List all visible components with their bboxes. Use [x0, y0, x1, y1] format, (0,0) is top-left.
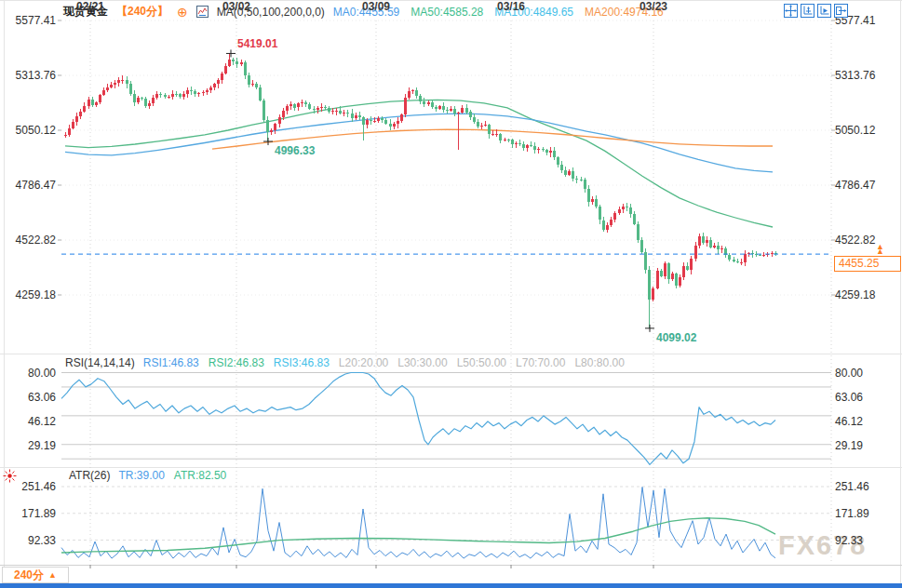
rsi-axis-label-right: 29.19: [835, 439, 863, 452]
ma-readout: MA50:4585.28: [411, 6, 483, 19]
x-axis-date-label: 03/16: [490, 0, 532, 13]
rsi-readout: RSI2:46.83: [209, 356, 264, 369]
price-axis-label-left: 5577.41: [2, 14, 56, 27]
atr-readout: ATR:82.50: [174, 469, 226, 482]
timeframe-selector[interactable]: 240分 ▲: [2, 567, 69, 583]
atr-readouts: TR:39.00ATR:82.50: [118, 469, 226, 482]
rsi-axis-label-left: 46.12: [2, 415, 56, 428]
price-axis-label-left: 5050.12: [2, 124, 56, 137]
x-axis-date-label: 03/23: [632, 0, 675, 13]
current-price-tag: 4455.25: [834, 256, 901, 272]
rsi-level-readout: L50:50.00: [457, 356, 506, 369]
price-axis-label-right: 5313.76: [835, 69, 875, 82]
rsi-axis-label-right: 63.06: [835, 391, 863, 404]
rsi-readout: RSI1:46.83: [143, 356, 199, 369]
price-axis-label-right: 5050.12: [835, 124, 875, 137]
price-axis-label-right: 4786.47: [835, 179, 875, 192]
atr-axis-label-right: 92.33: [835, 534, 863, 547]
rsi-axis-label-left: 29.19: [2, 439, 56, 452]
price-axis-label-left: 4786.47: [2, 179, 56, 192]
price-extreme-annotation: 5419.01: [237, 37, 277, 50]
ma50-line: [65, 100, 773, 227]
x-axis-date-label: 03/09: [355, 0, 397, 13]
price-axis-label-right: 4259.18: [835, 288, 875, 301]
price-axis-label-left: 5313.76: [2, 69, 56, 82]
chart-toolbar: [784, 4, 848, 18]
price-extreme-annotation: 4099.02: [656, 331, 696, 344]
tr-line: [61, 488, 775, 559]
rsi-axis-label-right: 80.00: [835, 367, 863, 380]
rsi-axis-label-right: 46.12: [835, 415, 863, 428]
chart-canvas[interactable]: [0, 0, 902, 588]
x-axis-date-label: 03/02: [215, 0, 258, 13]
bottom-accent-bar: [0, 583, 902, 588]
atr-axis-label-right: 251.46: [835, 480, 869, 493]
price-up-arrows-icon: ▲▲: [876, 245, 884, 254]
chart-type-icon[interactable]: [196, 6, 209, 18]
atr-header: ATR(26) TR:39.00ATR:82.50: [69, 469, 226, 482]
atr-axis-label-left: 171.89: [2, 507, 56, 520]
alert-sun-icon: [3, 469, 17, 487]
period-badge[interactable]: 【240分】: [116, 4, 168, 20]
indicator-settings-icon[interactable]: ⊕: [177, 6, 188, 19]
rsi-readout: RSI3:46.83: [274, 356, 330, 369]
crosshair-pan-icon[interactable]: [784, 4, 798, 18]
rsi-readouts: RSI1:46.83RSI2:46.83RSI3:46.83L20:20.00L…: [143, 356, 625, 369]
rsi-level-readout: L30:30.00: [397, 356, 447, 369]
pane-collapse-icon[interactable]: [834, 4, 848, 18]
atr-axis-label-right: 171.89: [835, 507, 869, 520]
price-extreme-annotation: 4996.33: [275, 144, 315, 157]
rsi-axis-label-left: 63.06: [2, 391, 56, 404]
rsi-level-readout: L20:20.00: [339, 356, 388, 369]
atr-axis-label-left: 92.33: [2, 534, 56, 547]
rsi-level-readout: L70:70.00: [516, 356, 565, 369]
candles-layer: [64, 53, 777, 327]
y-axis-zoom-icon[interactable]: [801, 4, 814, 18]
atr-line: [61, 518, 775, 553]
atr-indicator-label[interactable]: ATR(26): [69, 469, 110, 482]
x-axis-date-label: 02/21: [69, 0, 112, 13]
price-axis-label-left: 4259.18: [2, 288, 56, 301]
chart-application: FX678 现货黄金 【240分】 ⊕ MA(0,50,100,200,0,0)…: [0, 0, 902, 588]
rsi-header: RSI(14,14,14) RSI1:46.83RSI2:46.83RSI3:4…: [65, 356, 625, 369]
rsi-line: [61, 373, 775, 465]
timeframe-label: 240分: [14, 568, 44, 583]
price-axis-label-right: 4522.82: [835, 234, 875, 247]
rsi-axis-label-left: 80.00: [2, 367, 56, 380]
x-axis-zoom-icon[interactable]: [817, 4, 831, 18]
chevron-up-icon: ▲: [48, 570, 57, 580]
atr-readout: TR:39.00: [118, 469, 164, 482]
rsi-level-readout: L80:80.00: [574, 356, 624, 369]
rsi-indicator-label[interactable]: RSI(14,14,14): [65, 356, 135, 369]
price-axis-label-left: 4522.82: [2, 234, 56, 247]
